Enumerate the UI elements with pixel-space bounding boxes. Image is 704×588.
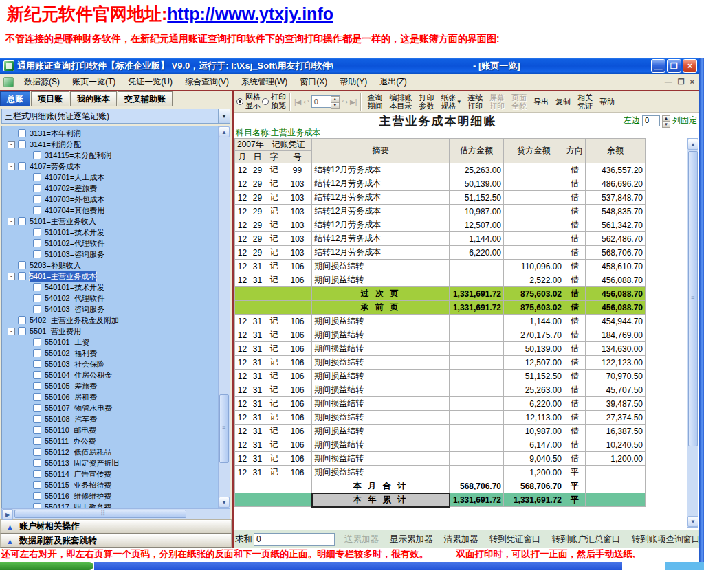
checkbox[interactable] <box>33 283 41 291</box>
tree-hscroll-thumb[interactable] <box>14 510 186 518</box>
bottom-button[interactable]: 显示累加器 <box>390 534 433 545</box>
toolbar-button[interactable]: 纸张 规格▾ <box>437 93 464 111</box>
next-page-icon[interactable]: ↪ <box>342 98 348 106</box>
tree-item[interactable]: 550104=住房公积金 <box>2 370 218 381</box>
table-row[interactable]: 1231记106期间损益结转50,139.00借134,630.00 <box>235 342 646 356</box>
left-columns-spinner[interactable]: 0 <box>642 115 660 126</box>
checkbox[interactable] <box>33 393 41 401</box>
checkbox[interactable] <box>33 415 41 423</box>
table-vertical-scrollbar[interactable]: ▲ ▼ <box>687 138 698 528</box>
checkbox[interactable] <box>33 338 41 346</box>
panel-data-refresh[interactable]: ▲ 数据刷新及账套跳转 <box>0 534 232 548</box>
checkbox[interactable] <box>33 206 41 214</box>
prev-page-icon[interactable]: ↩ <box>303 98 309 106</box>
tree-item[interactable]: 550103=社会保险 <box>2 359 218 370</box>
checkbox[interactable] <box>33 239 41 247</box>
bottom-button[interactable]: 转到凭证窗口 <box>490 534 541 545</box>
table-row[interactable]: 1231记106期间损益结转2,522.00借456,088.70 <box>235 273 646 287</box>
table-scroll-thumb[interactable] <box>688 151 698 446</box>
tree-item[interactable]: 550111=办公费 <box>2 436 218 446</box>
dropdown-caret-icon[interactable]: ▾ <box>457 98 461 105</box>
table-row[interactable]: 1231记106期间损益结转6,220.00借39,487.50 <box>235 397 646 411</box>
taskbar-window-button[interactable] <box>94 562 622 570</box>
checkbox[interactable] <box>33 470 41 478</box>
checkbox[interactable] <box>33 195 41 203</box>
tree-scroll-thumb[interactable] <box>219 394 229 463</box>
checkbox[interactable] <box>33 173 41 181</box>
collapse-minus-icon[interactable]: - <box>8 141 15 148</box>
toolbar-button[interactable]: 帮助 <box>596 97 618 106</box>
table-row[interactable]: 1229记103结转12月劳务成本51,152.50借537,848.70 <box>235 191 646 205</box>
tree-item[interactable]: 550112=低值易耗品 <box>2 446 218 457</box>
first-page-icon[interactable]: |◀ <box>294 98 301 106</box>
mdi-restore-icon[interactable]: ❒ <box>678 78 685 87</box>
checkbox[interactable] <box>18 140 26 148</box>
spinner-arrows-icon[interactable]: ▲▼ <box>331 96 340 107</box>
print-preview-radio[interactable]: 打印 预览 <box>262 93 286 109</box>
tree-item[interactable]: 510102=代理软件 <box>2 238 218 249</box>
toolbar-button[interactable]: 连续 打印 <box>464 93 486 111</box>
checkbox[interactable] <box>33 228 41 236</box>
menu-item[interactable]: 数据源(S) <box>18 74 66 90</box>
tab-交叉辅助账[interactable]: 交叉辅助账 <box>118 91 173 106</box>
menu-item[interactable]: 凭证一览(U) <box>122 74 179 90</box>
table-row[interactable]: 承 前 页1,331,691.72875,603.02借456,088.70 <box>235 301 646 315</box>
tree-item[interactable]: 410703=外包成本 <box>2 194 218 205</box>
table-row[interactable]: 1231记106期间损益结转12,113.00借27,374.50 <box>235 411 646 425</box>
tree-item[interactable]: 550107=物管水电费 <box>2 403 218 414</box>
tree-item[interactable]: 540102=代理软件 <box>2 293 218 304</box>
scroll-right-icon[interactable]: ▶ <box>2 509 13 520</box>
scroll-up-icon[interactable]: ▲ <box>219 126 230 137</box>
menu-item[interactable]: 综合查询(V) <box>179 74 235 90</box>
checkbox[interactable] <box>33 250 41 258</box>
tree-item[interactable]: -4107=劳务成本 <box>2 161 218 172</box>
tab-总账[interactable]: 总账 <box>0 91 30 106</box>
toolbar-button[interactable]: 复制 <box>552 97 574 106</box>
menu-item[interactable]: 账页一览(T) <box>66 74 122 90</box>
last-page-icon[interactable]: ▶| <box>350 98 357 106</box>
tree-item[interactable]: -5101=主营业务收入 <box>2 216 218 227</box>
tree-item[interactable]: 550101=工资 <box>2 337 218 348</box>
menu-item[interactable]: 窗口(X) <box>294 74 333 90</box>
table-row[interactable]: 1231记106期间损益结转6,147.00借10,240.50 <box>235 438 646 452</box>
tree-item[interactable]: 410701=人工成本 <box>2 172 218 183</box>
tree-vertical-scrollbar[interactable]: ▲ ▼ <box>218 126 230 508</box>
checkbox[interactable] <box>33 382 41 390</box>
checkbox[interactable] <box>33 426 41 434</box>
checkbox[interactable] <box>18 261 26 269</box>
checkbox[interactable] <box>33 360 41 368</box>
tree-item[interactable]: 510101=技术开发 <box>2 227 218 238</box>
tree-horizontal-scrollbar[interactable]: ◀ ▶ <box>1 508 230 519</box>
site-url-link[interactable]: http://www.ytxjy.info <box>167 4 333 23</box>
tree-item[interactable]: -5501=营业费用 <box>2 326 218 337</box>
collapse-minus-icon[interactable]: - <box>8 273 15 280</box>
grid-display-radio[interactable]: 网格 显示 <box>236 93 261 109</box>
tree-item[interactable]: 314115=未分配利润 <box>2 150 218 161</box>
scroll-down-icon[interactable]: ▼ <box>688 516 698 527</box>
tree-item[interactable]: -5401=主营业务成本 <box>2 271 218 282</box>
table-row[interactable]: 过 次 页1,331,691.72875,603.02借456,088.70 <box>235 287 646 301</box>
tree-item[interactable]: 550102=福利费 <box>2 348 218 359</box>
sum-input[interactable] <box>254 533 335 546</box>
collapse-minus-icon[interactable]: - <box>8 328 15 335</box>
page-number-spinner[interactable]: 0 ▲▼ <box>311 95 340 108</box>
tree-item[interactable]: 540101=技术开发 <box>2 282 218 293</box>
menu-item[interactable]: 系统管理(W) <box>235 74 294 90</box>
tree-item[interactable]: 3131=本年利润 <box>2 128 218 139</box>
checkbox[interactable] <box>33 349 41 357</box>
toolbar-button[interactable]: 编排账 本目录 <box>386 93 415 111</box>
tree-item[interactable]: -3141=利润分配 <box>2 139 218 150</box>
table-row[interactable]: 1231记106期间损益结转1,200.00平 <box>235 466 646 479</box>
table-row[interactable]: 1229记103结转12月劳务成本10,987.00借548,835.70 <box>235 205 646 218</box>
menu-item[interactable]: 退出(Z) <box>373 74 412 90</box>
toolbar-button[interactable]: 导出 <box>530 97 552 106</box>
bottom-button[interactable]: 清累加器 <box>444 534 478 545</box>
panel-account-tree-actions[interactable]: ▲ 账户树相关操作 <box>0 519 232 534</box>
toolbar-button[interactable]: 查询 期间 <box>364 93 386 111</box>
table-row[interactable]: 本 年 累 计1,331,691.721,331,691.72平 <box>235 493 646 507</box>
checkbox[interactable] <box>18 129 26 137</box>
checkbox[interactable] <box>33 492 41 500</box>
checkbox[interactable] <box>18 162 26 170</box>
checkbox[interactable] <box>33 151 41 159</box>
table-row[interactable]: 1229记103结转12月劳务成本6,220.00借568,706.70 <box>235 246 646 260</box>
